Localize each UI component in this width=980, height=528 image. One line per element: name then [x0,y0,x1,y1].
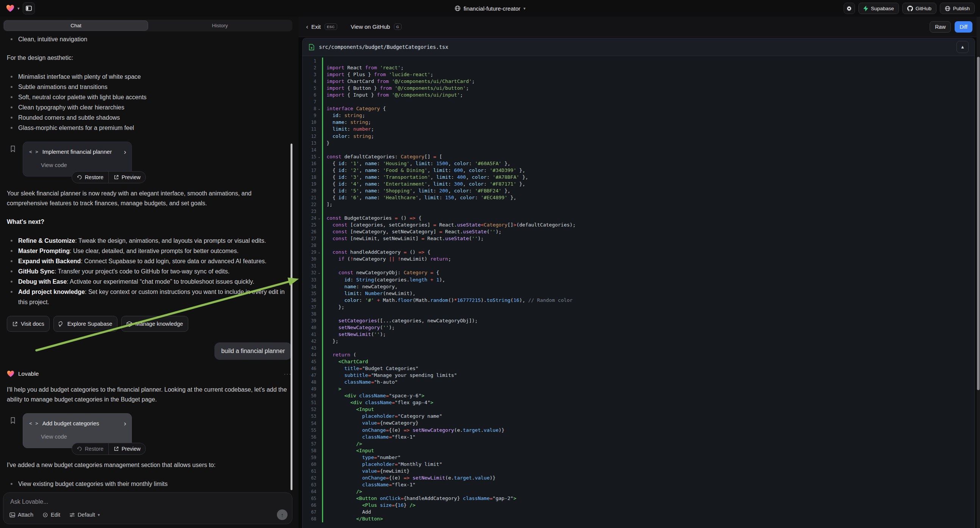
publish-button[interactable]: Publish [940,3,975,14]
line-number: 52 [303,407,316,412]
version-card-block: < >Add budget categories›View codeRestor… [7,413,292,448]
edit-button[interactable]: Edit [43,512,60,518]
version-card[interactable]: < >Implement financial planner›View code… [23,142,132,177]
action-chip-visit-docs[interactable]: Visit docs [7,316,49,332]
code-text: <Plus size={16} /> [326,502,415,509]
line-number: 62 [303,476,316,481]
diff-added-bar [322,434,323,441]
restore-preview-pill: RestorePreview [72,443,146,455]
diff-added-bar [322,188,323,194]
chevron-down-icon[interactable]: ▾ [523,6,526,11]
chevron-up-icon: ▲ [960,44,965,49]
line-number: 68 [303,516,316,522]
bookmark-icon[interactable] [10,145,16,152]
code-icon: < > [29,147,39,157]
view-on-github-link[interactable]: View on GitHub [351,24,390,30]
diff-added-bar [322,194,323,201]
diff-added-bar [322,140,323,146]
diff-added-bar [322,515,323,522]
chat-scrollbar[interactable] [291,143,293,490]
diff-added-bar [322,105,323,112]
code-text: </Button> [326,515,383,522]
code-line: 64 /> [303,488,975,495]
chat-panel: Chat History Clean, intuitive navigation… [0,17,299,528]
exit-button[interactable]: Exit [312,24,321,30]
line-number: 60 [303,462,316,467]
diff-added-bar [322,297,323,304]
view-code-link[interactable]: View code [41,432,126,442]
code-text: } [326,140,329,146]
preview-button[interactable]: Preview [108,172,145,183]
view-code-link[interactable]: View code [41,160,126,170]
project-name[interactable]: financial-future-creator [464,5,520,12]
diff-added-bar [322,181,323,188]
chevron-left-icon[interactable]: ‹ [306,23,309,31]
mode-select[interactable]: Default ▾ [69,512,100,518]
chat-history-tabs: Chat History [3,20,293,32]
attach-button[interactable]: Attach [10,512,33,518]
fold-chevron-icon[interactable]: ⌄ [316,107,322,111]
line-number: 18 [303,175,316,180]
code-text: Add [326,509,371,515]
chevron-right-icon[interactable]: › [124,420,126,427]
line-number: 41 [303,332,316,337]
code-text: value={newLimit} [326,468,409,475]
code-line: 30 if (!newCategory || !newLimit) return… [303,256,975,262]
line-number: 40 [303,325,316,330]
code-line: 36 color: '#' + Math.floor(Math.random()… [303,297,975,304]
collapse-file-button[interactable]: ▲ [956,41,969,53]
chevron-right-icon[interactable]: › [124,148,126,155]
diff-added-bar [322,338,323,345]
file-header[interactable]: src/components/budget/BudgetCategories.t… [303,38,975,56]
diff-added-bar [322,413,323,420]
code-text: className="flex-1" [326,434,415,441]
restore-button[interactable]: Restore [72,172,108,183]
code-scrollbar-thumb[interactable] [977,57,980,390]
line-number: 13 [303,140,316,146]
action-chip-explore-supabase[interactable]: Explore Supabase [53,316,118,332]
line-number: 8 [303,106,316,111]
fold-chevron-icon[interactable]: ⌄ [316,250,322,254]
code-line: 23 [303,208,975,215]
settings-button[interactable] [844,3,855,14]
raw-button[interactable]: Raw [930,21,951,33]
diff-added-bar [322,386,323,393]
code-text: /> [326,441,362,447]
preview-button[interactable]: Preview [108,443,145,455]
fold-chevron-icon[interactable]: ⌄ [316,271,322,275]
restore-button[interactable]: Restore [72,443,108,455]
fold-chevron-icon[interactable]: ⌄ [316,216,322,220]
diff-added-bar [322,126,323,132]
code-line: 54 value={newCategory} [303,420,975,426]
bullet-list: View existing budget categories with the… [7,479,292,490]
code-line: 8⌄interface Category { [303,105,975,112]
diff-added-bar [322,365,323,372]
version-card-title: Implement financial planner [43,147,112,157]
chevron-down-icon: ▾ [98,513,100,517]
code-text: }; [326,304,344,310]
version-card[interactable]: < >Add budget categories›View codeRestor… [23,413,132,448]
diff-added-bar [322,269,323,276]
bookmark-icon[interactable] [10,417,16,424]
bullet-list: Clean, intuitive navigation [7,34,292,44]
tab-chat[interactable]: Chat [4,21,148,31]
code-text: className="flex-1" [326,482,415,488]
github-button[interactable]: GitHub [902,3,936,14]
diff-added-bar [322,208,323,215]
line-number: 31 [303,263,316,269]
diff-button[interactable]: Diff [955,21,972,33]
diff-added-bar [322,256,323,262]
code-line: 53 placeholder="Category name" [303,413,975,420]
code-line: 38 [303,310,975,317]
globe-icon [945,6,950,11]
diff-added-bar [322,351,323,358]
prompt-input[interactable]: Ask Lovable... Attach Edit [3,492,293,524]
supabase-button[interactable]: Supabase [858,3,899,14]
code-line: 2import React from 'react'; [303,64,975,71]
chat-paragraph: For the design aesthetic: [7,53,292,63]
fold-chevron-icon[interactable]: ⌄ [316,155,322,159]
line-number: 59 [303,455,316,460]
action-chip-manage-knowledge[interactable]: Manage knowledge [121,316,188,332]
send-button[interactable]: ↑ [277,509,288,520]
tab-history[interactable]: History [148,21,292,31]
